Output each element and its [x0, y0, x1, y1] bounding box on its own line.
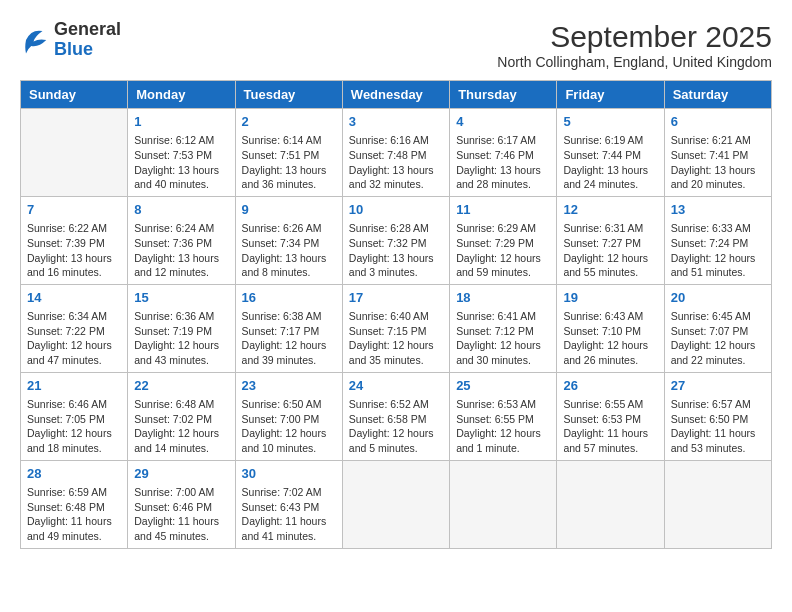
- sunset-text: Sunset: 7:22 PM: [27, 325, 105, 337]
- sunrise-text: Sunrise: 6:48 AM: [134, 398, 214, 410]
- sunset-text: Sunset: 6:50 PM: [671, 413, 749, 425]
- sunset-text: Sunset: 7:17 PM: [242, 325, 320, 337]
- sunset-text: Sunset: 6:46 PM: [134, 501, 212, 513]
- sunrise-text: Sunrise: 6:38 AM: [242, 310, 322, 322]
- day-number: 27: [671, 377, 765, 395]
- calendar-cell: 30 Sunrise: 7:02 AM Sunset: 6:43 PM Dayl…: [235, 460, 342, 548]
- sunrise-text: Sunrise: 6:31 AM: [563, 222, 643, 234]
- sunset-text: Sunset: 7:46 PM: [456, 149, 534, 161]
- daylight-text: Daylight: 12 hours and 35 minutes.: [349, 339, 434, 366]
- day-number: 2: [242, 113, 336, 131]
- day-number: 4: [456, 113, 550, 131]
- sunrise-text: Sunrise: 6:24 AM: [134, 222, 214, 234]
- header-sunday: Sunday: [21, 81, 128, 109]
- calendar-cell: 9 Sunrise: 6:26 AM Sunset: 7:34 PM Dayli…: [235, 196, 342, 284]
- header-thursday: Thursday: [450, 81, 557, 109]
- calendar-cell: 4 Sunrise: 6:17 AM Sunset: 7:46 PM Dayli…: [450, 109, 557, 197]
- calendar-cell: [450, 460, 557, 548]
- calendar-cell: 1 Sunrise: 6:12 AM Sunset: 7:53 PM Dayli…: [128, 109, 235, 197]
- sunset-text: Sunset: 7:44 PM: [563, 149, 641, 161]
- daylight-text: Daylight: 11 hours and 53 minutes.: [671, 427, 756, 454]
- daylight-text: Daylight: 12 hours and 18 minutes.: [27, 427, 112, 454]
- sunrise-text: Sunrise: 6:45 AM: [671, 310, 751, 322]
- calendar-week-row: 28 Sunrise: 6:59 AM Sunset: 6:48 PM Dayl…: [21, 460, 772, 548]
- sunrise-text: Sunrise: 6:41 AM: [456, 310, 536, 322]
- sunset-text: Sunset: 6:58 PM: [349, 413, 427, 425]
- daylight-text: Daylight: 13 hours and 32 minutes.: [349, 164, 434, 191]
- calendar-week-row: 21 Sunrise: 6:46 AM Sunset: 7:05 PM Dayl…: [21, 372, 772, 460]
- calendar-cell: 27 Sunrise: 6:57 AM Sunset: 6:50 PM Dayl…: [664, 372, 771, 460]
- sunrise-text: Sunrise: 6:26 AM: [242, 222, 322, 234]
- sunset-text: Sunset: 7:29 PM: [456, 237, 534, 249]
- page-subtitle: North Collingham, England, United Kingdo…: [497, 54, 772, 70]
- sunset-text: Sunset: 6:48 PM: [27, 501, 105, 513]
- daylight-text: Daylight: 13 hours and 28 minutes.: [456, 164, 541, 191]
- sunrise-text: Sunrise: 6:34 AM: [27, 310, 107, 322]
- sunrise-text: Sunrise: 6:40 AM: [349, 310, 429, 322]
- sunset-text: Sunset: 7:05 PM: [27, 413, 105, 425]
- calendar-cell: [664, 460, 771, 548]
- sunrise-text: Sunrise: 6:55 AM: [563, 398, 643, 410]
- sunset-text: Sunset: 7:10 PM: [563, 325, 641, 337]
- header-saturday: Saturday: [664, 81, 771, 109]
- daylight-text: Daylight: 13 hours and 24 minutes.: [563, 164, 648, 191]
- header-monday: Monday: [128, 81, 235, 109]
- daylight-text: Daylight: 12 hours and 39 minutes.: [242, 339, 327, 366]
- sunset-text: Sunset: 7:51 PM: [242, 149, 320, 161]
- day-number: 11: [456, 201, 550, 219]
- daylight-text: Daylight: 13 hours and 16 minutes.: [27, 252, 112, 279]
- calendar-cell: 10 Sunrise: 6:28 AM Sunset: 7:32 PM Dayl…: [342, 196, 449, 284]
- sunset-text: Sunset: 7:34 PM: [242, 237, 320, 249]
- sunset-text: Sunset: 7:19 PM: [134, 325, 212, 337]
- daylight-text: Daylight: 13 hours and 12 minutes.: [134, 252, 219, 279]
- sunrise-text: Sunrise: 6:12 AM: [134, 134, 214, 146]
- daylight-text: Daylight: 11 hours and 49 minutes.: [27, 515, 112, 542]
- sunrise-text: Sunrise: 6:36 AM: [134, 310, 214, 322]
- daylight-text: Daylight: 12 hours and 14 minutes.: [134, 427, 219, 454]
- page-title: September 2025: [497, 20, 772, 54]
- daylight-text: Daylight: 12 hours and 22 minutes.: [671, 339, 756, 366]
- day-number: 15: [134, 289, 228, 307]
- title-block: September 2025 North Collingham, England…: [497, 20, 772, 70]
- calendar-cell: 11 Sunrise: 6:29 AM Sunset: 7:29 PM Dayl…: [450, 196, 557, 284]
- day-number: 16: [242, 289, 336, 307]
- sunrise-text: Sunrise: 6:43 AM: [563, 310, 643, 322]
- calendar-week-row: 1 Sunrise: 6:12 AM Sunset: 7:53 PM Dayli…: [21, 109, 772, 197]
- calendar-cell: 26 Sunrise: 6:55 AM Sunset: 6:53 PM Dayl…: [557, 372, 664, 460]
- daylight-text: Daylight: 13 hours and 40 minutes.: [134, 164, 219, 191]
- calendar-cell: 29 Sunrise: 7:00 AM Sunset: 6:46 PM Dayl…: [128, 460, 235, 548]
- calendar-cell: 22 Sunrise: 6:48 AM Sunset: 7:02 PM Dayl…: [128, 372, 235, 460]
- day-number: 8: [134, 201, 228, 219]
- daylight-text: Daylight: 12 hours and 51 minutes.: [671, 252, 756, 279]
- calendar-cell: 21 Sunrise: 6:46 AM Sunset: 7:05 PM Dayl…: [21, 372, 128, 460]
- calendar-cell: [342, 460, 449, 548]
- calendar-cell: 28 Sunrise: 6:59 AM Sunset: 6:48 PM Dayl…: [21, 460, 128, 548]
- sunrise-text: Sunrise: 6:57 AM: [671, 398, 751, 410]
- daylight-text: Daylight: 13 hours and 8 minutes.: [242, 252, 327, 279]
- sunrise-text: Sunrise: 6:59 AM: [27, 486, 107, 498]
- daylight-text: Daylight: 13 hours and 3 minutes.: [349, 252, 434, 279]
- calendar-cell: 13 Sunrise: 6:33 AM Sunset: 7:24 PM Dayl…: [664, 196, 771, 284]
- day-number: 29: [134, 465, 228, 483]
- day-number: 24: [349, 377, 443, 395]
- sunset-text: Sunset: 7:27 PM: [563, 237, 641, 249]
- logo: General Blue: [20, 20, 121, 60]
- sunset-text: Sunset: 7:39 PM: [27, 237, 105, 249]
- calendar-cell: 20 Sunrise: 6:45 AM Sunset: 7:07 PM Dayl…: [664, 284, 771, 372]
- sunrise-text: Sunrise: 7:00 AM: [134, 486, 214, 498]
- sunrise-text: Sunrise: 6:21 AM: [671, 134, 751, 146]
- sunrise-text: Sunrise: 6:29 AM: [456, 222, 536, 234]
- sunset-text: Sunset: 7:02 PM: [134, 413, 212, 425]
- calendar-cell: 7 Sunrise: 6:22 AM Sunset: 7:39 PM Dayli…: [21, 196, 128, 284]
- day-number: 3: [349, 113, 443, 131]
- calendar-cell: 3 Sunrise: 6:16 AM Sunset: 7:48 PM Dayli…: [342, 109, 449, 197]
- calendar-cell: 5 Sunrise: 6:19 AM Sunset: 7:44 PM Dayli…: [557, 109, 664, 197]
- calendar-cell: 18 Sunrise: 6:41 AM Sunset: 7:12 PM Dayl…: [450, 284, 557, 372]
- day-number: 6: [671, 113, 765, 131]
- header-wednesday: Wednesday: [342, 81, 449, 109]
- sunset-text: Sunset: 7:48 PM: [349, 149, 427, 161]
- calendar-cell: 19 Sunrise: 6:43 AM Sunset: 7:10 PM Dayl…: [557, 284, 664, 372]
- header-friday: Friday: [557, 81, 664, 109]
- day-number: 28: [27, 465, 121, 483]
- daylight-text: Daylight: 12 hours and 1 minute.: [456, 427, 541, 454]
